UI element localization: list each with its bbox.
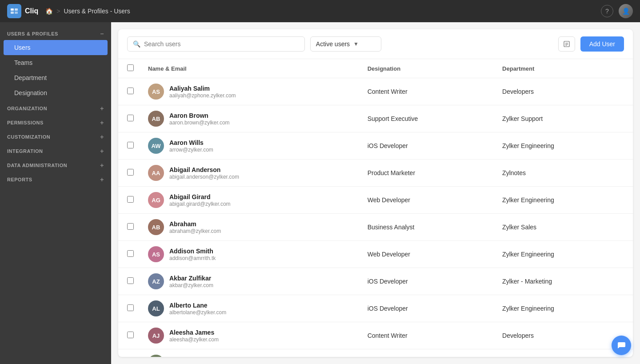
department-cell: Zylker - Marketing [495, 268, 633, 295]
row-checkbox[interactable] [127, 169, 134, 176]
svg-rect-1 [15, 8, 18, 11]
sidebar-section-customization[interactable]: CUSTOMIZATION+ [0, 129, 111, 143]
table-row: AW Aaron Wills arrow@zylker.com iOS Deve… [118, 132, 633, 160]
search-box[interactable]: 🔍 [127, 36, 305, 52]
department-cell: Zylker Sales [495, 214, 633, 241]
row-checkbox-cell[interactable] [118, 349, 141, 357]
user-info: Abigail Anderson abigail.anderson@zylker… [169, 166, 239, 180]
select-all-header[interactable] [118, 59, 141, 78]
search-input[interactable] [144, 40, 299, 48]
sidebar-item-designation[interactable]: Designation [4, 85, 108, 100]
user-name-email-cell: AW Aaron Wills arrow@zylker.com [141, 132, 360, 160]
row-checkbox-cell[interactable] [118, 268, 141, 295]
row-checkbox-cell[interactable] [118, 105, 141, 132]
user-info: Aleesha James aleesha@zylker.com [169, 329, 219, 343]
help-button[interactable]: ? [601, 5, 613, 17]
row-checkbox[interactable] [127, 250, 134, 257]
user-email: abigail.anderson@zylker.com [169, 174, 239, 180]
row-checkbox-cell[interactable] [118, 78, 141, 105]
user-name: Aaron Brown [169, 112, 230, 119]
row-checkbox-cell[interactable] [118, 214, 141, 241]
expand-icon[interactable]: + [100, 105, 104, 112]
expand-icon[interactable]: + [100, 162, 104, 169]
row-checkbox-cell[interactable] [118, 160, 141, 187]
user-info: Abigail Girard abigail.girard@zylker.com [169, 193, 231, 207]
user-cell: AL Alberto Lane albertolane@zylker.com [148, 300, 353, 316]
department-cell: Zylnotes [495, 160, 633, 187]
user-avatar-topbar[interactable]: 👤 [619, 4, 633, 18]
designation-cell: Business Analyst [360, 214, 495, 241]
col-designation: Designation [360, 59, 495, 78]
topbar: Cliq 🏠 > Users & Profiles - Users ? 👤 [0, 0, 640, 22]
select-all-checkbox[interactable] [127, 64, 134, 71]
sidebar-section-users-profiles[interactable]: USERS & PROFILES− [0, 26, 111, 40]
expand-icon[interactable]: + [100, 148, 104, 155]
user-avatar: AM [148, 355, 164, 357]
export-button[interactable] [558, 36, 575, 52]
row-checkbox[interactable] [127, 332, 134, 338]
user-cell: AA Abigail Anderson abigail.anderson@zyl… [148, 165, 353, 181]
svg-rect-0 [11, 8, 14, 11]
row-checkbox[interactable] [127, 304, 134, 311]
row-checkbox[interactable] [127, 196, 134, 203]
user-info: Aaron Wills arrow@zylker.com [169, 139, 213, 153]
expand-icon[interactable]: + [100, 119, 104, 126]
expand-icon[interactable]: + [100, 133, 104, 140]
sidebar-section-data-administration[interactable]: DATA ADMINISTRATION+ [0, 157, 111, 172]
sidebar-section-organization[interactable]: ORGANIZATION+ [0, 100, 111, 115]
logo[interactable]: Cliq [7, 4, 38, 18]
row-checkbox[interactable] [127, 88, 134, 94]
expand-icon[interactable]: − [100, 30, 104, 37]
user-name: Abigail Anderson [169, 166, 239, 173]
user-cell: AZ Akbar Zulfikar akbar@zylker.com [148, 273, 353, 289]
designation-cell: Product Marketer [360, 160, 495, 187]
department-cell: Zylker Engineering [495, 187, 633, 214]
row-checkbox[interactable] [127, 142, 134, 148]
chat-bubble[interactable] [612, 336, 631, 355]
sidebar-item-users[interactable]: Users [4, 40, 108, 55]
row-checkbox[interactable] [127, 115, 134, 121]
user-name-email-cell: AB Abraham abraham@zylker.com [141, 214, 360, 241]
designation-cell: Web Developer [360, 187, 495, 214]
table-row: AA Abigail Anderson abigail.anderson@zyl… [118, 160, 633, 187]
table-body: AS Aaliyah Salim aaliyah@zphone.zylker.c… [118, 78, 633, 357]
user-info: Alberto Lane albertolane@zylker.com [169, 302, 226, 316]
row-checkbox[interactable] [127, 277, 134, 284]
sidebar-item-teams[interactable]: Teams [4, 55, 108, 70]
table-row: AG Abigail Girard abigail.girard@zylker.… [118, 187, 633, 214]
sidebar-item-department[interactable]: Department [4, 70, 108, 85]
user-cell: AS Aaliyah Salim aaliyah@zphone.zylker.c… [148, 84, 353, 100]
users-table-container: Name & Email Designation Department AS A… [118, 59, 633, 357]
designation-cell: iOS Developer [360, 295, 495, 322]
breadcrumb-current: Users & Profiles - Users [64, 8, 130, 15]
user-info: Aaron Brown aaron.brown@zylker.com [169, 112, 230, 126]
row-checkbox-cell[interactable] [118, 132, 141, 160]
user-email: aaliyah@zphone.zylker.com [169, 92, 236, 99]
sidebar-section-label: PERMISSIONS [7, 120, 44, 125]
avatar-initials: AW [148, 138, 164, 154]
row-checkbox[interactable] [127, 223, 134, 230]
department-cell: Zylker Engineering [495, 349, 633, 357]
row-checkbox-cell[interactable] [118, 241, 141, 268]
sidebar-section-integration[interactable]: INTEGRATION+ [0, 143, 111, 157]
table-row: AB Abraham abraham@zylker.com Business A… [118, 214, 633, 241]
row-checkbox-cell[interactable] [118, 187, 141, 214]
row-checkbox-cell[interactable] [118, 322, 141, 349]
avatar-initials: AA [148, 165, 164, 181]
user-name: Addison Smith [169, 248, 216, 255]
sidebar-section-reports[interactable]: REPORTS+ [0, 172, 111, 186]
avatar-initials: AS [148, 246, 164, 262]
avatar-initials: AJ [148, 328, 164, 344]
home-icon[interactable]: 🏠 [45, 8, 53, 15]
department-cell: Zylker Support [495, 105, 633, 132]
expand-icon[interactable]: + [100, 176, 104, 183]
user-name-email-cell: AS Aaliyah Salim aaliyah@zphone.zylker.c… [141, 78, 360, 105]
row-checkbox-cell[interactable] [118, 295, 141, 322]
add-user-button[interactable]: Add User [580, 36, 624, 52]
designation-cell: iOS Developer [360, 268, 495, 295]
search-icon: 🔍 [133, 40, 140, 48]
sidebar-section-permissions[interactable]: PERMISSIONS+ [0, 115, 111, 129]
filter-dropdown[interactable]: Active users ▼ [310, 36, 381, 52]
department-cell: Zylker Engineering [495, 132, 633, 160]
user-cell: AJ Aleesha James aleesha@zylker.com [148, 328, 353, 344]
